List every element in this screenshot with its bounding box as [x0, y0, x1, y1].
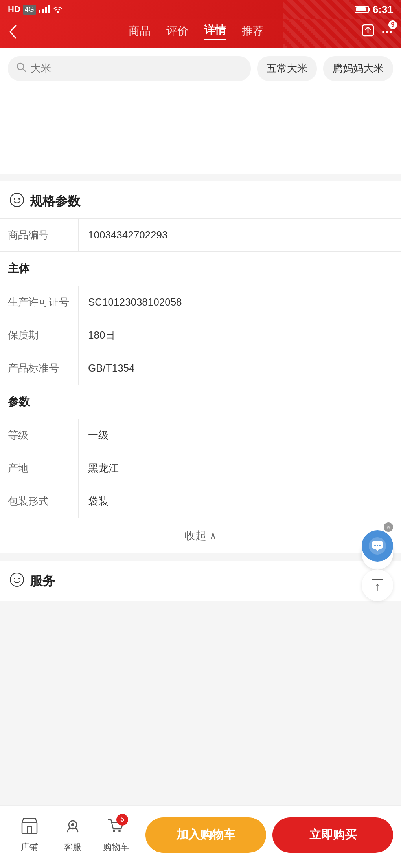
chat-icon	[368, 537, 386, 555]
spec-section-params: 参数	[0, 385, 401, 419]
float-chat-close-button[interactable]: ×	[384, 522, 393, 532]
search-icon	[16, 62, 27, 75]
specs-icon	[9, 192, 24, 211]
specs-section: 规格参数 商品编号 10034342702293 主体 生产许可证号 SC101…	[0, 181, 401, 553]
float-chat-button[interactable]	[362, 530, 393, 562]
back-button[interactable]	[8, 23, 31, 40]
spec-header-params: 参数	[0, 385, 401, 419]
nav-actions: ··· 9	[361, 23, 393, 40]
svg-point-24	[118, 830, 121, 832]
collapse-button[interactable]: 收起 ∧	[0, 518, 401, 553]
svg-point-8	[18, 578, 20, 579]
spec-value-shelf: 180日	[79, 319, 401, 352]
svg-point-22	[71, 823, 74, 826]
spec-label-origin: 产地	[0, 452, 79, 485]
svg-point-17	[377, 545, 378, 546]
status-left: HD 4G	[8, 4, 63, 15]
status-right: 6:31	[355, 4, 393, 16]
search-tag-tengmama[interactable]: 腾妈妈大米	[323, 56, 393, 81]
search-box[interactable]	[8, 56, 251, 81]
search-input[interactable]	[31, 62, 243, 75]
time-display: 6:31	[373, 4, 393, 16]
svg-rect-20	[27, 826, 32, 833]
spec-row-origin: 产地 黑龙江	[0, 452, 401, 485]
svg-point-0	[57, 11, 59, 13]
specs-title-text: 规格参数	[30, 193, 80, 210]
signal-4g: 4G	[23, 5, 36, 15]
spec-row-shelf-life: 保质期 180日	[0, 319, 401, 352]
spec-section-body: 主体	[0, 252, 401, 286]
cart-count-badge: 5	[116, 814, 128, 826]
collapse-arrow: ∧	[210, 530, 217, 541]
store-button[interactable]: 店铺	[8, 817, 51, 853]
status-bar: HD 4G 6:31	[0, 0, 401, 19]
spec-value-id: 10034342702293	[79, 219, 401, 251]
spec-value-standard: GB/T1354	[79, 352, 401, 385]
svg-point-7	[14, 578, 15, 579]
svg-point-18	[379, 545, 381, 546]
service-icon	[9, 572, 24, 590]
cart-icon: 5	[107, 817, 125, 839]
tab-recommend[interactable]: 推荐	[242, 24, 264, 40]
spec-label-packaging: 包装形式	[0, 485, 79, 518]
service-button[interactable]: 客服	[51, 817, 94, 853]
scroll-to-top-button[interactable]: ↑	[362, 570, 393, 601]
top-nav: 商品 评价 详情 推荐 ··· 9	[0, 19, 401, 48]
svg-rect-1	[362, 25, 373, 36]
carrier-text: HD	[8, 4, 20, 15]
spec-label-grade: 等级	[0, 419, 79, 452]
spec-row-standard: 产品标准号 GB/T1354	[0, 352, 401, 385]
spec-label-shelf: 保质期	[0, 319, 79, 352]
spec-label-id: 商品编号	[0, 219, 79, 251]
store-label: 店铺	[21, 841, 38, 853]
tab-product[interactable]: 商品	[129, 24, 151, 40]
spec-value-grade: 一级	[79, 419, 401, 452]
spec-row-grade: 等级 一级	[0, 419, 401, 452]
svg-point-16	[374, 545, 376, 546]
nav-tabs: 商品 评价 详情 推荐	[31, 23, 361, 40]
share-button[interactable]	[361, 23, 375, 40]
svg-point-6	[10, 573, 24, 586]
spec-row-license: 生产许可证号 SC10123038102058	[0, 286, 401, 319]
spec-row-id: 商品编号 10034342702293	[0, 219, 401, 252]
product-image-area	[0, 87, 401, 174]
service-icon	[64, 817, 82, 839]
more-button[interactable]: ··· 9	[381, 24, 393, 39]
spec-label-standard: 产品标准号	[0, 352, 79, 385]
service-section: 服务	[0, 561, 401, 601]
signal-bars	[39, 5, 50, 13]
spec-row-packaging: 包装形式 袋装	[0, 485, 401, 518]
action-buttons: 加入购物车 立即购买	[145, 817, 393, 853]
tab-detail[interactable]: 详情	[204, 23, 226, 40]
service-title: 服务	[9, 572, 392, 590]
bottom-bar: 店铺 客服 5 购物车 加入购	[0, 805, 401, 868]
svg-point-23	[113, 830, 115, 832]
search-tag-wuchang[interactable]: 五常大米	[257, 56, 317, 81]
spec-header-body: 主体	[0, 252, 401, 286]
svg-point-4	[14, 198, 15, 200]
buy-now-button[interactable]: 立即购买	[272, 817, 393, 853]
specs-title: 规格参数	[0, 181, 401, 218]
cart-label: 购物车	[103, 841, 129, 853]
spec-value-packaging: 袋装	[79, 485, 401, 518]
service-title-text: 服务	[30, 573, 55, 590]
bottom-icon-group: 店铺 客服 5 购物车	[8, 817, 138, 853]
spec-value-origin: 黑龙江	[79, 452, 401, 485]
service-label: 客服	[64, 841, 81, 853]
cart-badge-nav: 9	[388, 20, 397, 29]
svg-point-5	[18, 198, 20, 200]
store-icon	[20, 817, 39, 839]
svg-rect-19	[22, 822, 37, 833]
collapse-label: 收起	[184, 528, 206, 543]
spec-value-license: SC10123038102058	[79, 286, 401, 319]
svg-point-3	[10, 193, 24, 207]
battery-icon	[355, 6, 369, 13]
scroll-arrow: ↑	[375, 580, 381, 592]
search-area: 五常大米 腾妈妈大米	[0, 48, 401, 87]
tab-review[interactable]: 评价	[166, 24, 188, 40]
wifi-icon	[52, 5, 63, 13]
add-to-cart-button[interactable]: 加入购物车	[145, 817, 266, 853]
specs-table: 商品编号 10034342702293 主体 生产许可证号 SC10123038…	[0, 218, 401, 518]
spec-label-license: 生产许可证号	[0, 286, 79, 319]
cart-button[interactable]: 5 购物车	[94, 817, 138, 853]
